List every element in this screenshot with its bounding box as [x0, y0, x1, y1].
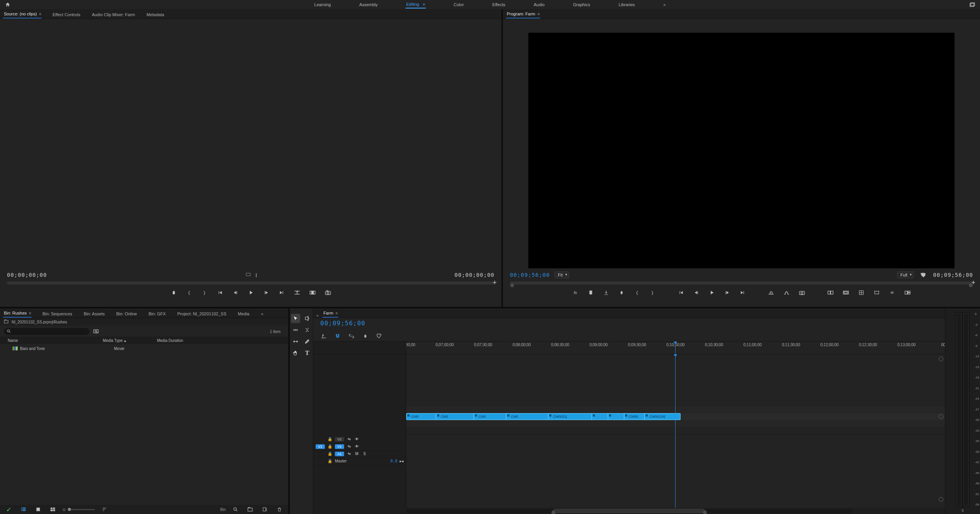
program-button-editor-icon[interactable]: +: [971, 279, 975, 287]
delete-icon[interactable]: [274, 504, 284, 514]
prog-toggle-proxies-button[interactable]: [856, 288, 866, 298]
go-to-in-button[interactable]: [215, 288, 225, 298]
timeline-ruler[interactable]: 0;06;30;000;07;00;000;07;30;000;08;00;00…: [406, 342, 945, 354]
v2-source-patch[interactable]: [316, 437, 325, 442]
tab-bin-assets[interactable]: Bin: Assets: [83, 310, 105, 318]
track-header-master[interactable]: 🔒 Master 0.0 ▸◂: [313, 458, 406, 465]
prog-toggle-vr-button[interactable]: [887, 288, 897, 298]
project-breadcrumb[interactable]: NI_20201102_SS.prproj\Rushes: [12, 320, 67, 324]
timeline-clip[interactable]: CM0021|: [548, 413, 597, 420]
playhead-ruler[interactable]: [675, 342, 676, 354]
icon-view-icon[interactable]: [33, 504, 43, 514]
v2-lock-icon[interactable]: 🔒: [327, 437, 333, 441]
thumbnail-size-slider[interactable]: ○: [62, 506, 95, 512]
new-search-bin-icon[interactable]: [93, 329, 99, 334]
col-name[interactable]: Name: [8, 338, 18, 343]
add-marker-button[interactable]: [169, 288, 179, 298]
razor-tool[interactable]: [303, 325, 312, 335]
a1-lock-icon[interactable]: 🔒: [327, 452, 333, 456]
prog-play-button[interactable]: [707, 288, 717, 298]
mark-in-button[interactable]: {: [184, 288, 194, 298]
a1-sync-lock-icon[interactable]: ⇋: [346, 452, 352, 456]
snap-toggle[interactable]: [334, 333, 341, 340]
tab-bin-gfx[interactable]: Bin: GFX: [148, 310, 166, 318]
step-forward-button[interactable]: [261, 288, 271, 298]
program-timecode-left[interactable]: 00;09;56;00: [510, 272, 550, 278]
col-media-duration[interactable]: Media Duration: [157, 338, 183, 343]
new-item-icon[interactable]: [260, 504, 270, 514]
overwrite-button[interactable]: [308, 288, 318, 298]
a1-target-toggle[interactable]: A1: [335, 452, 344, 456]
sequence-end-marker[interactable]: [939, 414, 943, 419]
linked-selection-toggle[interactable]: [348, 333, 355, 340]
source-timecode-left[interactable]: 00;00;00;00: [7, 272, 47, 278]
program-timecode-right[interactable]: 00;09;56;00: [933, 272, 973, 278]
workspace-editing[interactable]: Editing ≡: [405, 1, 426, 8]
workspace-audio[interactable]: Audio: [533, 1, 545, 8]
prog-add-marker-button[interactable]: [586, 288, 596, 298]
program-resolution-select[interactable]: Full ▾: [897, 271, 914, 278]
v1-sync-lock-icon[interactable]: ⇋: [346, 444, 352, 449]
prog-mark-out-button[interactable]: }: [647, 288, 657, 298]
timeline-clip[interactable]: CM0: [436, 413, 479, 420]
v1-eye-icon[interactable]: 👁: [354, 444, 360, 449]
pen-tool[interactable]: [303, 337, 312, 346]
step-back-button[interactable]: [230, 288, 240, 298]
master-lock-icon[interactable]: 🔒: [327, 459, 333, 463]
prog-frame-export-button[interactable]: [601, 288, 611, 298]
tab-bin-rushes[interactable]: Bin: Rushes ≡: [3, 309, 32, 318]
v1-target-toggle[interactable]: V1: [335, 444, 344, 449]
track-lane-a1[interactable]: [406, 420, 945, 427]
solo-indicator[interactable]: S: [962, 507, 964, 514]
workspace-assembly[interactable]: Assembly: [358, 1, 378, 8]
insert-button[interactable]: [292, 288, 302, 298]
tab-source-menu-icon[interactable]: ≡: [39, 12, 41, 16]
prog-multicamera-button[interactable]: [903, 288, 913, 298]
tab-program[interactable]: Program: Farm ≡: [506, 10, 540, 18]
list-view-icon[interactable]: [18, 504, 29, 514]
prog-go-to-out-button[interactable]: [738, 288, 748, 298]
new-bin-icon[interactable]: [245, 504, 255, 514]
workspace-learning[interactable]: Learning: [314, 1, 332, 8]
prog-step-forward-button[interactable]: [722, 288, 732, 298]
tab-sequence-farm[interactable]: Farm ≡: [323, 309, 338, 318]
tl-zoom-handle-right[interactable]: [703, 511, 707, 514]
workspace-graphics[interactable]: Graphics: [572, 1, 591, 8]
tab-source[interactable]: Source: (no clips) ≡: [3, 10, 42, 18]
track-lane-master[interactable]: [406, 427, 945, 434]
zoom-handle-left[interactable]: [510, 283, 514, 287]
project-item-list[interactable]: Bars and Tone Movie: [0, 344, 288, 505]
zoom-end-marker[interactable]: [939, 497, 943, 502]
prog-mark-in-button[interactable]: {: [632, 288, 642, 298]
track-lane-v1[interactable]: CM0CM0CM0CM0CM0021|CM00CM00216|: [406, 413, 945, 420]
v1-source-patch[interactable]: V1: [316, 444, 325, 449]
program-viewer[interactable]: [528, 33, 955, 268]
export-frame-button[interactable]: [323, 288, 333, 298]
play-button[interactable]: [246, 288, 256, 298]
tab-project-root[interactable]: Project: NI_20201102_SS: [177, 310, 227, 318]
source-viewer[interactable]: [0, 19, 501, 268]
home-icon[interactable]: [0, 0, 15, 9]
project-overflow-icon[interactable]: »: [260, 310, 264, 318]
a1-mute-button[interactable]: M: [354, 452, 360, 456]
track-lane-v2[interactable]: [406, 406, 945, 414]
mark-out-button[interactable]: }: [200, 288, 210, 298]
tab-program-menu-icon[interactable]: ≡: [538, 12, 540, 16]
timeline-no-sequence-icon[interactable]: «: [316, 313, 319, 318]
prog-toggle-trim-button[interactable]: [872, 288, 882, 298]
v2-eye-icon[interactable]: 👁: [354, 437, 360, 441]
prog-go-to-in-button[interactable]: [676, 288, 686, 298]
prog-fx-bypass-button[interactable]: fx: [570, 288, 580, 298]
workspace-color[interactable]: Color: [453, 1, 464, 8]
timeline-clip[interactable]: CM0: [506, 413, 553, 420]
track-header-a1[interactable]: 🔒 A1 ⇋ M S: [313, 450, 406, 458]
project-search-field[interactable]: [13, 329, 86, 334]
program-zoom-scroll[interactable]: [510, 281, 973, 285]
source-button-editor-icon[interactable]: +: [493, 279, 497, 287]
tab-effect-controls[interactable]: Effect Controls: [52, 11, 81, 18]
prog-comparison-button[interactable]: [825, 288, 835, 298]
tab-bin-sequences[interactable]: Bin: Sequences: [42, 310, 73, 318]
track-select-tool[interactable]: [303, 314, 312, 323]
timeline-clip[interactable]: CM0: [474, 413, 511, 420]
track-header-v2[interactable]: 🔒 V2 ⇋ 👁: [313, 436, 406, 443]
